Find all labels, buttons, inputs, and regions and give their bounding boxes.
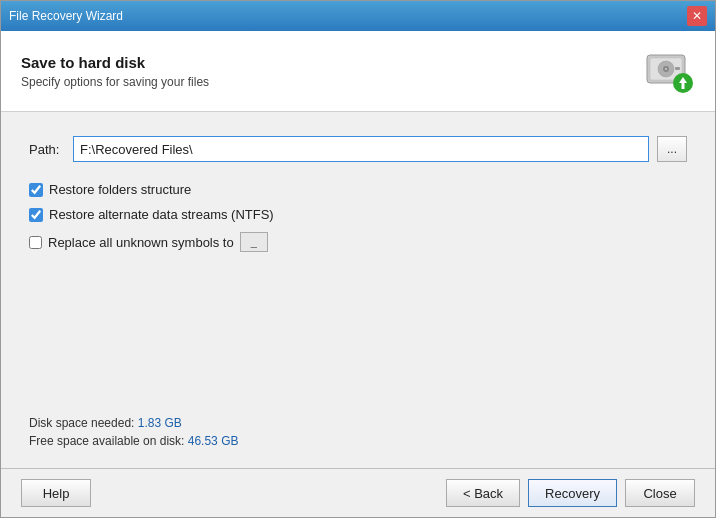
recovery-button[interactable]: Recovery	[528, 479, 617, 507]
restore-folders-label[interactable]: Restore folders structure	[49, 182, 191, 197]
main-window: File Recovery Wizard ✕ Save to hard disk…	[0, 0, 716, 518]
browse-button[interactable]: ...	[657, 136, 687, 162]
restore-folders-row: Restore folders structure	[29, 182, 687, 197]
replace-symbols-checkbox[interactable]	[29, 236, 42, 249]
path-input[interactable]	[73, 136, 649, 162]
svg-rect-5	[675, 67, 680, 70]
window-title: File Recovery Wizard	[9, 9, 123, 23]
page-title: Save to hard disk	[21, 54, 643, 71]
disk-space-needed: Disk space needed: 1.83 GB	[29, 416, 687, 430]
restore-streams-label[interactable]: Restore alternate data streams (NTFS)	[49, 207, 274, 222]
close-window-button[interactable]: ✕	[687, 6, 707, 26]
replace-symbols-row: Replace all unknown symbols to	[29, 232, 687, 252]
back-button[interactable]: < Back	[446, 479, 520, 507]
replace-value-input[interactable]	[240, 232, 268, 252]
disk-info-section: Disk space needed: 1.83 GB Free space av…	[29, 406, 687, 452]
content-area: Save to hard disk Specify options for sa…	[1, 31, 715, 517]
header-text: Save to hard disk Specify options for sa…	[21, 54, 643, 89]
disk-space-needed-value: 1.83 GB	[138, 416, 182, 430]
free-space-value: 46.53 GB	[188, 434, 239, 448]
main-content: Path: ... Restore folders structure Rest…	[1, 112, 715, 468]
close-button[interactable]: Close	[625, 479, 695, 507]
help-button[interactable]: Help	[21, 479, 91, 507]
path-row: Path: ...	[29, 136, 687, 162]
hdd-icon	[643, 45, 695, 97]
restore-streams-row: Restore alternate data streams (NTFS)	[29, 207, 687, 222]
disk-space-needed-label: Disk space needed:	[29, 416, 138, 430]
replace-symbols-label[interactable]: Replace all unknown symbols to	[48, 235, 234, 250]
svg-point-4	[665, 68, 667, 70]
footer-left: Help	[21, 479, 91, 507]
path-label: Path:	[29, 142, 65, 157]
hard-drive-icon	[643, 45, 695, 97]
header-section: Save to hard disk Specify options for sa…	[1, 31, 715, 112]
footer-right: < Back Recovery Close	[446, 479, 695, 507]
page-subtitle: Specify options for saving your files	[21, 75, 643, 89]
title-bar: File Recovery Wizard ✕	[1, 1, 715, 31]
footer: Help < Back Recovery Close	[1, 468, 715, 517]
checkboxes-section: Restore folders structure Restore altern…	[29, 182, 687, 252]
free-space-available: Free space available on disk: 46.53 GB	[29, 434, 687, 448]
restore-streams-checkbox[interactable]	[29, 208, 43, 222]
free-space-label: Free space available on disk:	[29, 434, 188, 448]
restore-folders-checkbox[interactable]	[29, 183, 43, 197]
